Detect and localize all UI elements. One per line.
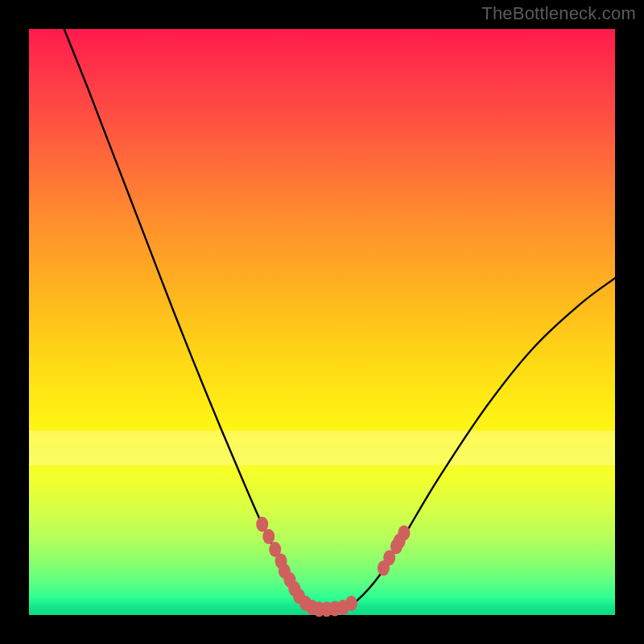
curve-path	[64, 29, 615, 610]
data-dot	[398, 526, 410, 541]
data-dot	[262, 529, 275, 544]
watermark-text: TheBottleneck.com	[481, 3, 636, 24]
chart-frame: TheBottleneck.com	[0, 0, 644, 644]
plot-area	[29, 29, 615, 615]
chart-svg	[29, 29, 615, 615]
data-dot	[345, 596, 357, 611]
dot-layer	[256, 517, 410, 617]
curve-layer	[64, 29, 615, 610]
